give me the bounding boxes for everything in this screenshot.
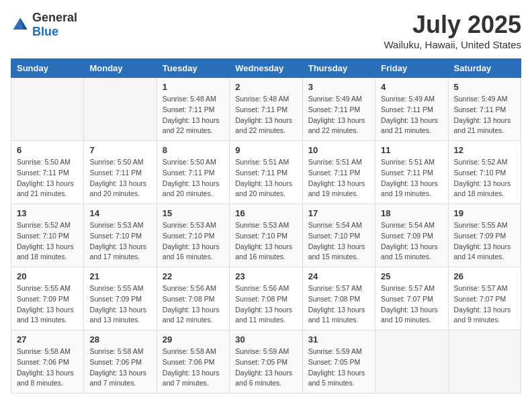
day-info: Sunrise: 5:48 AMSunset: 7:11 PMDaylight:… bbox=[235, 94, 296, 136]
day-info: Sunrise: 5:58 AMSunset: 7:06 PMDaylight:… bbox=[17, 347, 78, 389]
table-row: 6 Sunrise: 5:50 AMSunset: 7:11 PMDayligh… bbox=[11, 141, 84, 204]
day-info: Sunrise: 5:58 AMSunset: 7:06 PMDaylight:… bbox=[163, 347, 224, 389]
table-row: 1 Sunrise: 5:48 AMSunset: 7:11 PMDayligh… bbox=[157, 78, 229, 141]
day-number: 3 bbox=[308, 82, 369, 92]
table-row: 7 Sunrise: 5:50 AMSunset: 7:11 PMDayligh… bbox=[84, 141, 157, 204]
logo-icon bbox=[11, 15, 30, 34]
title-area: July 2025 Wailuku, Hawaii, United States bbox=[384, 11, 521, 50]
day-info: Sunrise: 5:49 AMSunset: 7:11 PMDaylight:… bbox=[308, 94, 369, 136]
header-row: Sunday Monday Tuesday Wednesday Thursday… bbox=[11, 59, 521, 78]
day-info: Sunrise: 5:56 AMSunset: 7:08 PMDaylight:… bbox=[235, 283, 296, 326]
day-info: Sunrise: 5:59 AMSunset: 7:05 PMDaylight:… bbox=[308, 347, 369, 389]
page-header: General Blue July 2025 Wailuku, Hawaii, … bbox=[11, 11, 521, 50]
day-info: Sunrise: 5:51 AMSunset: 7:11 PMDaylight:… bbox=[308, 157, 369, 199]
day-info: Sunrise: 5:54 AMSunset: 7:09 PMDaylight:… bbox=[381, 220, 442, 263]
col-monday: Monday bbox=[84, 59, 157, 78]
table-row: 15 Sunrise: 5:53 AMSunset: 7:10 PMDaylig… bbox=[157, 204, 229, 267]
day-info: Sunrise: 5:54 AMSunset: 7:10 PMDaylight:… bbox=[308, 220, 369, 263]
day-info: Sunrise: 5:49 AMSunset: 7:11 PMDaylight:… bbox=[454, 94, 515, 136]
day-number: 17 bbox=[308, 208, 369, 218]
day-number: 5 bbox=[454, 82, 515, 92]
table-row: 17 Sunrise: 5:54 AMSunset: 7:10 PMDaylig… bbox=[302, 204, 375, 267]
calendar-body: 1 Sunrise: 5:48 AMSunset: 7:11 PMDayligh… bbox=[11, 78, 521, 394]
day-info: Sunrise: 5:49 AMSunset: 7:11 PMDaylight:… bbox=[381, 94, 442, 136]
day-number: 10 bbox=[308, 145, 369, 155]
day-info: Sunrise: 5:55 AMSunset: 7:09 PMDaylight:… bbox=[89, 283, 150, 326]
col-thursday: Thursday bbox=[302, 59, 375, 78]
calendar-week-row: 13 Sunrise: 5:52 AMSunset: 7:10 PMDaylig… bbox=[11, 204, 521, 267]
day-info: Sunrise: 5:57 AMSunset: 7:08 PMDaylight:… bbox=[308, 283, 369, 326]
table-row: 10 Sunrise: 5:51 AMSunset: 7:11 PMDaylig… bbox=[302, 141, 375, 204]
col-wednesday: Wednesday bbox=[230, 59, 302, 78]
day-number: 11 bbox=[381, 145, 442, 155]
table-row: 11 Sunrise: 5:51 AMSunset: 7:11 PMDaylig… bbox=[375, 141, 448, 204]
day-number: 12 bbox=[454, 145, 515, 155]
day-number: 23 bbox=[235, 271, 296, 281]
logo: General Blue bbox=[11, 11, 77, 39]
day-info: Sunrise: 5:51 AMSunset: 7:11 PMDaylight:… bbox=[235, 157, 296, 199]
table-row: 5 Sunrise: 5:49 AMSunset: 7:11 PMDayligh… bbox=[448, 78, 521, 141]
table-row: 14 Sunrise: 5:53 AMSunset: 7:10 PMDaylig… bbox=[84, 204, 157, 267]
day-info: Sunrise: 5:50 AMSunset: 7:11 PMDaylight:… bbox=[89, 157, 150, 199]
day-info: Sunrise: 5:51 AMSunset: 7:11 PMDaylight:… bbox=[381, 157, 442, 199]
col-tuesday: Tuesday bbox=[157, 59, 229, 78]
calendar-week-row: 20 Sunrise: 5:55 AMSunset: 7:09 PMDaylig… bbox=[11, 267, 521, 330]
col-saturday: Saturday bbox=[448, 59, 521, 78]
table-row: 31 Sunrise: 5:59 AMSunset: 7:05 PMDaylig… bbox=[302, 330, 375, 394]
day-info: Sunrise: 5:52 AMSunset: 7:10 PMDaylight:… bbox=[454, 157, 515, 199]
location-title: Wailuku, Hawaii, United States bbox=[384, 39, 521, 50]
table-row: 20 Sunrise: 5:55 AMSunset: 7:09 PMDaylig… bbox=[11, 267, 84, 330]
day-info: Sunrise: 5:57 AMSunset: 7:07 PMDaylight:… bbox=[454, 283, 515, 326]
day-info: Sunrise: 5:58 AMSunset: 7:06 PMDaylight:… bbox=[89, 347, 150, 389]
day-number: 26 bbox=[454, 271, 515, 281]
day-number: 28 bbox=[89, 334, 150, 345]
day-number: 4 bbox=[381, 82, 442, 92]
day-info: Sunrise: 5:48 AMSunset: 7:11 PMDaylight:… bbox=[163, 94, 224, 136]
table-row bbox=[84, 78, 157, 141]
day-info: Sunrise: 5:50 AMSunset: 7:11 PMDaylight:… bbox=[17, 157, 78, 199]
table-row: 18 Sunrise: 5:54 AMSunset: 7:09 PMDaylig… bbox=[375, 204, 448, 267]
table-row: 23 Sunrise: 5:56 AMSunset: 7:08 PMDaylig… bbox=[230, 267, 302, 330]
day-info: Sunrise: 5:52 AMSunset: 7:10 PMDaylight:… bbox=[17, 220, 78, 263]
day-number: 27 bbox=[17, 334, 78, 345]
table-row: 12 Sunrise: 5:52 AMSunset: 7:10 PMDaylig… bbox=[448, 141, 521, 204]
day-info: Sunrise: 5:53 AMSunset: 7:10 PMDaylight:… bbox=[89, 220, 150, 263]
table-row: 16 Sunrise: 5:53 AMSunset: 7:10 PMDaylig… bbox=[230, 204, 302, 267]
col-friday: Friday bbox=[375, 59, 448, 78]
day-number: 22 bbox=[163, 271, 224, 281]
calendar-week-row: 6 Sunrise: 5:50 AMSunset: 7:11 PMDayligh… bbox=[11, 141, 521, 204]
table-row bbox=[11, 78, 84, 141]
table-row: 25 Sunrise: 5:57 AMSunset: 7:07 PMDaylig… bbox=[375, 267, 448, 330]
table-row: 13 Sunrise: 5:52 AMSunset: 7:10 PMDaylig… bbox=[11, 204, 84, 267]
day-info: Sunrise: 5:59 AMSunset: 7:05 PMDaylight:… bbox=[235, 347, 296, 389]
day-number: 2 bbox=[235, 82, 296, 92]
day-number: 24 bbox=[308, 271, 369, 281]
logo-blue: Blue bbox=[32, 25, 58, 38]
day-number: 25 bbox=[381, 271, 442, 281]
calendar-week-row: 27 Sunrise: 5:58 AMSunset: 7:06 PMDaylig… bbox=[11, 330, 521, 394]
day-info: Sunrise: 5:50 AMSunset: 7:11 PMDaylight:… bbox=[163, 157, 224, 199]
day-number: 8 bbox=[163, 145, 224, 155]
day-number: 6 bbox=[17, 145, 78, 155]
day-number: 1 bbox=[163, 82, 224, 92]
table-row: 8 Sunrise: 5:50 AMSunset: 7:11 PMDayligh… bbox=[157, 141, 229, 204]
calendar-header: Sunday Monday Tuesday Wednesday Thursday… bbox=[11, 59, 521, 78]
table-row: 22 Sunrise: 5:56 AMSunset: 7:08 PMDaylig… bbox=[157, 267, 229, 330]
table-row bbox=[448, 330, 521, 394]
table-row: 9 Sunrise: 5:51 AMSunset: 7:11 PMDayligh… bbox=[230, 141, 302, 204]
day-info: Sunrise: 5:53 AMSunset: 7:10 PMDaylight:… bbox=[235, 220, 296, 263]
table-row: 30 Sunrise: 5:59 AMSunset: 7:05 PMDaylig… bbox=[230, 330, 302, 394]
calendar-week-row: 1 Sunrise: 5:48 AMSunset: 7:11 PMDayligh… bbox=[11, 78, 521, 141]
day-number: 29 bbox=[163, 334, 224, 345]
table-row bbox=[375, 330, 448, 394]
day-number: 19 bbox=[454, 208, 515, 218]
day-number: 9 bbox=[235, 145, 296, 155]
table-row: 29 Sunrise: 5:58 AMSunset: 7:06 PMDaylig… bbox=[157, 330, 229, 394]
table-row: 21 Sunrise: 5:55 AMSunset: 7:09 PMDaylig… bbox=[84, 267, 157, 330]
table-row: 28 Sunrise: 5:58 AMSunset: 7:06 PMDaylig… bbox=[84, 330, 157, 394]
calendar-table: Sunday Monday Tuesday Wednesday Thursday… bbox=[11, 58, 521, 394]
day-info: Sunrise: 5:55 AMSunset: 7:09 PMDaylight:… bbox=[454, 220, 515, 263]
day-number: 15 bbox=[163, 208, 224, 218]
day-number: 7 bbox=[89, 145, 150, 155]
day-info: Sunrise: 5:57 AMSunset: 7:07 PMDaylight:… bbox=[381, 283, 442, 326]
